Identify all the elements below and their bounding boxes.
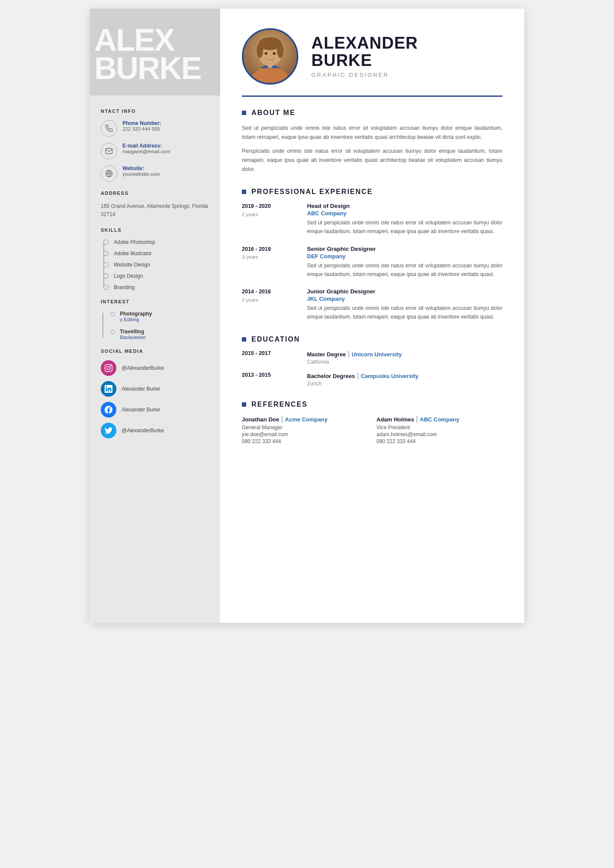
about-title: ABOUT ME: [251, 109, 295, 117]
section-marker: [242, 337, 246, 342]
section-marker: [242, 111, 246, 115]
social-twitter: @AlexanderBurke: [101, 423, 209, 438]
exp-details-0: Head of Design ABC Company Sed ut perspi…: [307, 203, 502, 236]
instagram-icon: [101, 360, 116, 376]
contact-info-title: NTACT INFO: [101, 108, 209, 114]
full-name: ALEXANDERBURKE: [311, 35, 418, 69]
section-marker: [242, 402, 246, 407]
sidebar: ALEX BURKE NTACT INFO Phone Number: 222 …: [90, 9, 220, 623]
ref-name-company-0: Jonathan Doe | Acme Company: [242, 415, 368, 423]
sidebar-content: NTACT INFO Phone Number: 222 333 444 555: [90, 95, 220, 454]
interest-item-0: Photography y Editing: [110, 311, 209, 322]
linkedin-handle: Alexander Burke: [122, 386, 160, 392]
edu-university-0: Unicorn University: [352, 351, 402, 358]
about-header: ABOUT ME: [242, 109, 502, 117]
email-label: E-mail Address:: [122, 143, 170, 149]
edu-degree-0: Master Degree: [307, 351, 346, 358]
facebook-handle: Alexander Burke: [122, 407, 160, 413]
interest-dot: [110, 330, 115, 334]
social-facebook: Alexander Burke: [101, 402, 209, 418]
exp-details-1: Senior Graphic Designer DEF Company Sed …: [307, 246, 502, 279]
experience-section: PROFESSIONAL EXPERIENCE 2019 - 2020 2 ye…: [242, 188, 502, 322]
ref-name-1: Adam Holmes: [376, 416, 414, 423]
social-title: SOCIAL MEDIA: [101, 349, 209, 354]
ref-phone-0: 080 222 333 444: [242, 438, 368, 444]
experience-header: PROFESSIONAL EXPERIENCE: [242, 188, 502, 196]
interest-item-1: Travelling Backpacker: [110, 329, 209, 340]
interest-section: Photography y Editing Travelling Backpac…: [101, 311, 209, 340]
website-icon: [101, 165, 117, 182]
edu-item-0: 2015 - 2017 Master Degree | Unicorn Univ…: [242, 350, 502, 365]
about-paragraph-2: Perspiciatis unde omnis iste natus error…: [242, 147, 502, 174]
svg-point-10: [273, 52, 276, 55]
interest-title: INTEREST: [101, 299, 209, 304]
address-title: ADDRESS: [101, 191, 209, 196]
interest-name-0: Photography: [120, 311, 152, 317]
references-title: REFERENCES: [251, 401, 307, 408]
references-section: REFERENCES Jonathan Doe | Acme Company G…: [242, 401, 502, 444]
website-label: Website:: [122, 165, 160, 171]
email-value: margaret@email.com: [122, 149, 170, 154]
ref-email-0: joe.doe@email.com: [242, 431, 368, 437]
exp-dates-1: 2016 - 2019 3 years: [242, 246, 298, 279]
exp-item-0: 2019 - 2020 2 years Head of Design ABC C…: [242, 203, 502, 236]
phone-label: Phone Number:: [122, 120, 161, 126]
interest-sub-1: Backpacker: [120, 335, 146, 340]
main-content: ALEXANDERBURKE GRAPHIC DESIGNER ABOUT ME…: [220, 9, 524, 623]
edu-location-1: Zurich: [307, 381, 502, 387]
references-grid: Jonathan Doe | Acme Company General Mana…: [242, 415, 502, 444]
exp-item-1: 2016 - 2019 3 years Senior Graphic Desig…: [242, 246, 502, 279]
ref-name-company-1: Adam Holmes | ABC Company: [376, 415, 502, 423]
website-value: yourwebsite.com: [122, 171, 160, 177]
ref-name-0: Jonathan Doe: [242, 416, 279, 423]
edu-details-0: Master Degree | Unicorn University Calif…: [307, 350, 502, 365]
ref-role-0: General Manager: [242, 424, 368, 431]
phone-icon: [101, 120, 117, 137]
section-marker: [242, 190, 246, 194]
svg-rect-0: [106, 148, 112, 154]
education-title: EDUCATION: [251, 335, 300, 343]
ref-email-1: adam.holmes@email.com: [376, 431, 502, 437]
header-divider: [242, 95, 502, 97]
education-section: EDUCATION 2015 - 2017 Master Degree | Un…: [242, 335, 502, 387]
about-section: ABOUT ME Sed ut perspiciatis unde omnis …: [242, 109, 502, 174]
edu-location-0: California: [307, 359, 502, 365]
twitter-icon: [101, 423, 116, 438]
education-header: EDUCATION: [242, 335, 502, 343]
svg-point-7: [257, 43, 263, 58]
skills-title: SKILLS: [101, 227, 209, 233]
contact-website: Website: yourwebsite.com: [101, 165, 209, 182]
facebook-icon: [101, 402, 116, 418]
exp-item-2: 2014 - 2016 2 years Junior Graphic Desig…: [242, 288, 502, 322]
interest-sub-0: y Editing: [120, 317, 152, 322]
phone-text: Phone Number: 222 333 444 555: [122, 120, 161, 132]
exp-dates-0: 2019 - 2020 2 years: [242, 203, 298, 236]
interest-dot: [110, 312, 115, 316]
references-header: REFERENCES: [242, 401, 502, 408]
svg-point-8: [277, 43, 284, 58]
interest-text: Travelling Backpacker: [120, 329, 146, 340]
ref-role-1: Vice President: [376, 424, 502, 431]
email-text: E-mail Address: margaret@email.com: [122, 143, 170, 154]
experience-title: PROFESSIONAL EXPERIENCE: [251, 188, 373, 196]
skill-item: Logo Design: [110, 273, 209, 279]
instagram-handle: @AlexanderBurke: [122, 365, 164, 371]
ref-company-0: Acme Company: [285, 416, 327, 423]
skill-item: Branding: [110, 284, 209, 290]
skill-item: Adobe Illustrator: [110, 250, 209, 256]
ref-item-1: Adam Holmes | ABC Company Vice President…: [376, 415, 502, 444]
name-area: ALEXANDERBURKE GRAPHIC DESIGNER: [311, 35, 418, 79]
svg-point-9: [264, 52, 267, 55]
sidebar-name-bg: ALEX BURKE: [90, 9, 220, 95]
interest-name-1: Travelling: [120, 329, 146, 335]
social-linkedin: Alexander Burke: [101, 381, 209, 397]
phone-value: 222 333 444 555: [122, 126, 161, 132]
ref-phone-1: 080 222 333 444: [376, 438, 502, 444]
avatar: [242, 28, 298, 85]
edu-university-1: Campusku University: [361, 373, 419, 379]
edu-item-1: 2013 - 2015 Bachelor Degrees | Campusku …: [242, 372, 502, 387]
ref-company-1: ABC Company: [420, 416, 459, 423]
interest-text: Photography y Editing: [120, 311, 152, 322]
sidebar-name-line1: ALEX: [94, 26, 211, 54]
social-instagram: @AlexanderBurke: [101, 360, 209, 376]
